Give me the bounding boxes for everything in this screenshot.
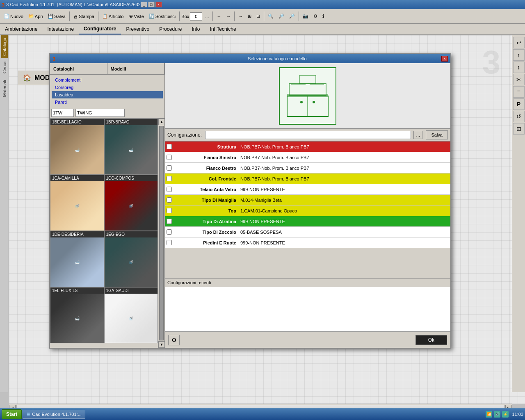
- menu-info[interactable]: Info: [187, 24, 205, 34]
- ok-button[interactable]: Ok: [415, 335, 447, 345]
- vertical-scrollbar[interactable]: ▲ ▼: [158, 119, 164, 348]
- scroll-up-button[interactable]: ▲: [158, 119, 164, 125]
- search-code-input[interactable]: [51, 109, 74, 117]
- model-grid-wrapper: 1BE-BELLAGIO 🛁 1BR-BRAVO 🛁 1CA-CAMILLA 🚿: [50, 119, 158, 348]
- box2-button[interactable]: ⊡: [254, 11, 262, 22]
- print-button[interactable]: 🖨 Stampa: [71, 11, 96, 22]
- box-view-button[interactable]: ⊡: [513, 123, 525, 135]
- maximize-button[interactable]: □: [148, 2, 155, 7]
- config-dots-button[interactable]: ...: [413, 131, 422, 139]
- recent-header: Configurazioni recenti: [165, 278, 450, 287]
- apply-button[interactable]: →: [236, 11, 245, 22]
- catalog-item-corsoreg[interactable]: Corsoreg: [52, 84, 163, 91]
- config-row-alzatina: Tipo Di Alzatina 999-NON PRESENTE: [165, 216, 450, 227]
- config-name-input[interactable]: [205, 131, 411, 139]
- sidebar-cerca[interactable]: Cerca: [1, 58, 8, 77]
- model-item-ego[interactable]: 1EG-EGO 🚿: [104, 231, 158, 287]
- check-fianco-sin[interactable]: [165, 155, 173, 160]
- menu-preventivo[interactable]: Preventivo: [121, 24, 154, 34]
- info-button[interactable]: ℹ: [320, 11, 326, 22]
- struttura-label: Struttura: [173, 143, 239, 151]
- taskbar-item-cad[interactable]: 🖥 Cad Evolution 4.1.701:...: [23, 410, 85, 419]
- model-grid-scroll: 1BE-BELLAGIO 🛁 1BR-BRAVO 🛁 1CA-CAMILLA 🚿: [50, 119, 164, 348]
- save-button[interactable]: 💾 Salva: [46, 11, 68, 22]
- replace-button[interactable]: 🔄 Sostituisci: [147, 11, 178, 22]
- sidebar-materiali[interactable]: Materiali: [1, 77, 8, 100]
- check-col-frontale[interactable]: [165, 176, 173, 181]
- cut-button[interactable]: ✂: [513, 74, 525, 85]
- close-button[interactable]: ×: [155, 2, 162, 7]
- model-item-bellagio[interactable]: 1BE-BELLAGIO 🛁: [50, 119, 104, 175]
- settings-button[interactable]: ⚙: [311, 11, 320, 22]
- menu-configuratore[interactable]: Configuratore: [79, 24, 121, 34]
- struttura-value: NOB.PB7-Nob. Prom. Bianco PB7: [239, 143, 450, 151]
- model-image-ego: 🚿: [105, 237, 158, 287]
- flip-button[interactable]: ↕: [513, 62, 525, 73]
- new-button[interactable]: 📄 Nuovo: [2, 11, 25, 22]
- search-bar: [50, 107, 164, 119]
- undo-button[interactable]: ↩: [513, 37, 525, 48]
- minimize-button[interactable]: _: [141, 2, 147, 7]
- telaio-label: Telaio Anta Vetro: [173, 186, 239, 193]
- menu-inf-tecniche[interactable]: Inf.Tecniche: [205, 24, 241, 34]
- alzatina-label: Tipo Di Alzatina: [173, 218, 239, 225]
- scroll-thumb[interactable]: [159, 126, 164, 340]
- model-item-gaudi[interactable]: 1GA-GAUDI 🚿: [104, 287, 158, 343]
- camera-button[interactable]: 📷: [301, 11, 310, 22]
- separator: [98, 11, 98, 21]
- zoccolo-label: Tipo Di Zoccolo: [173, 228, 239, 236]
- check-fianco-dest[interactable]: [165, 165, 173, 171]
- model-item-camilla[interactable]: 1CA-CAMILLA 🚿: [50, 175, 104, 231]
- catalog-item-complementi[interactable]: Complementi: [52, 76, 163, 84]
- sidebar-catalogo[interactable]: Catalogo: [1, 35, 8, 58]
- svg-rect-6: [310, 84, 324, 84]
- menu-ambientazione[interactable]: Ambientazione: [0, 24, 42, 34]
- model-item-flux[interactable]: 1EL-FLUX-LS 🛁: [50, 287, 104, 343]
- article-button[interactable]: 📋 Articolo: [100, 11, 126, 22]
- open-button[interactable]: 📂 Apri: [26, 11, 45, 22]
- zoom3-button[interactable]: 🔎: [287, 11, 297, 22]
- app-logo: 3: [2, 2, 5, 8]
- back-button[interactable]: ←: [215, 11, 223, 22]
- check-top[interactable]: [165, 208, 173, 213]
- check-struttura[interactable]: [165, 144, 173, 149]
- rotate-button[interactable]: ↺: [513, 111, 525, 122]
- menu-intestazione[interactable]: Intestazione: [42, 24, 79, 34]
- scroll-down-button[interactable]: ▼: [158, 341, 164, 348]
- start-button[interactable]: Start: [2, 409, 22, 419]
- dots-button[interactable]: ...: [203, 11, 211, 22]
- search-name-input[interactable]: [75, 109, 125, 117]
- list-button[interactable]: ≡: [513, 86, 525, 98]
- dialog-body: Cataloghi Modelli Complementi Corsoreg L…: [50, 63, 450, 348]
- views-button[interactable]: 👁 Viste: [127, 11, 146, 22]
- model-item-desideria[interactable]: 1DE-DESIDERIA 🛁: [50, 231, 104, 287]
- dialog-close-button[interactable]: ×: [441, 56, 448, 62]
- catalog-item-lasaidea[interactable]: Lasaidea: [52, 91, 163, 98]
- titlebar: 3 3 Cad Evolution 4.1.701: (AUTOMAN) L:\…: [0, 0, 525, 9]
- config-table: Struttura NOB.PB7-Nob. Prom. Bianco PB7 …: [165, 142, 450, 278]
- p-button[interactable]: P: [513, 98, 525, 110]
- check-telaio[interactable]: [165, 187, 173, 192]
- check-piedini[interactable]: [165, 240, 173, 245]
- config-save-button[interactable]: Salva: [426, 130, 448, 139]
- check-alzatina[interactable]: [165, 219, 173, 224]
- box-input[interactable]: [190, 12, 202, 21]
- zoom-out-button[interactable]: 🔎: [276, 11, 286, 22]
- col-frontale-value: NOB.PB7-Nob. Prom. Bianco PB7: [239, 175, 450, 183]
- menubar: Ambientazione Intestazione Configuratore…: [0, 24, 525, 35]
- check-maniglia[interactable]: [165, 197, 173, 203]
- separator: [264, 11, 264, 21]
- menu-procedure[interactable]: Procedure: [154, 24, 187, 34]
- forward-button[interactable]: →: [224, 11, 233, 22]
- zoccolo-value: 05-BASE SOSPESA: [239, 228, 450, 236]
- print-icon: 🖨: [73, 14, 78, 19]
- zoom-in-button[interactable]: 🔍: [266, 11, 276, 22]
- grid-button[interactable]: ⊞: [246, 11, 253, 22]
- catalog-item-pareti[interactable]: Pareti: [52, 98, 163, 106]
- up-button[interactable]: ↑: [513, 49, 525, 61]
- taskbar-time: 11:03: [512, 412, 523, 417]
- model-item-compos[interactable]: 1CO-COMPOS 🚿: [104, 175, 158, 231]
- model-item-bravo[interactable]: 1BR-BRAVO 🛁: [104, 119, 158, 175]
- check-zoccolo[interactable]: [165, 229, 173, 235]
- gear-button[interactable]: ⚙: [168, 335, 180, 345]
